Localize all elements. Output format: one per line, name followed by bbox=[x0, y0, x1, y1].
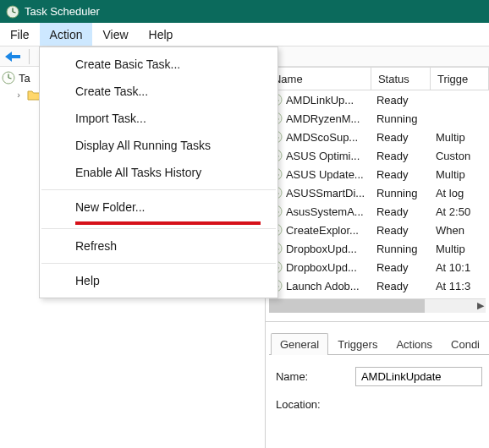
detail-location-label: Location: bbox=[276, 398, 355, 411]
task-status: Running bbox=[371, 112, 431, 125]
menu-help[interactable]: Help bbox=[40, 267, 277, 294]
task-name: Launch Adob... bbox=[286, 280, 360, 292]
tab-triggers[interactable]: Triggers bbox=[328, 333, 387, 355]
task-name: DropboxUpd... bbox=[286, 261, 357, 274]
task-status: Ready bbox=[371, 168, 431, 181]
table-row[interactable]: ASUS Update...ReadyMultip bbox=[266, 165, 489, 183]
table-header: Name Status Trigge bbox=[266, 67, 489, 90]
toolbar-separator bbox=[29, 49, 30, 64]
task-trigger: Multip bbox=[431, 168, 489, 181]
action-dropdown: Create Basic Task... Create Task... Impo… bbox=[39, 46, 278, 298]
menu-create-basic-task[interactable]: Create Basic Task... bbox=[40, 51, 277, 78]
detail-name-field[interactable] bbox=[355, 367, 482, 386]
table-row[interactable]: AMDRyzenM...Running bbox=[266, 109, 489, 128]
menu-file[interactable]: File bbox=[0, 23, 40, 46]
app-clock-icon bbox=[5, 4, 19, 19]
table-body: AMDLinkUp...ReadyAMDRyzenM...RunningAMDS… bbox=[266, 90, 489, 295]
task-status: Running bbox=[371, 243, 431, 255]
menu-view[interactable]: View bbox=[92, 23, 138, 46]
menu-new-folder[interactable]: New Folder... bbox=[40, 194, 277, 221]
menu-action[interactable]: Action bbox=[40, 23, 93, 46]
task-trigger: When bbox=[431, 224, 489, 237]
tab-conditions[interactable]: Condi bbox=[442, 333, 489, 355]
col-name[interactable]: Name bbox=[266, 67, 371, 90]
menu-separator bbox=[41, 189, 276, 190]
task-name: AsusSystemA... bbox=[286, 205, 364, 218]
task-name: AMDRyzenM... bbox=[286, 112, 360, 125]
detail-panel: General Triggers Actions Condi Name: Loc… bbox=[266, 321, 489, 434]
task-trigger: Custon bbox=[431, 150, 489, 162]
task-status: Ready bbox=[371, 150, 431, 162]
menu-create-task[interactable]: Create Task... bbox=[40, 78, 277, 105]
menu-refresh[interactable]: Refresh bbox=[40, 232, 277, 260]
content-pane: Name Status Trigge AMDLinkUp...ReadyAMDR… bbox=[266, 67, 489, 448]
table-row[interactable]: DropboxUpd...ReadyAt 10:1 bbox=[266, 258, 489, 276]
menubar: File Action View Help bbox=[0, 23, 489, 46]
detail-name-label: Name: bbox=[276, 370, 355, 383]
table-row[interactable]: ASUS Optimi...ReadyCuston bbox=[266, 146, 489, 165]
menu-separator bbox=[41, 228, 276, 229]
table-row[interactable]: DropboxUpd...RunningMultip bbox=[266, 239, 489, 258]
table-row[interactable]: AMDScoSup...ReadyMultip bbox=[266, 128, 489, 146]
task-status: Running bbox=[371, 187, 431, 199]
scroll-right-icon[interactable]: ▶ bbox=[477, 300, 484, 311]
table-row[interactable]: AMDLinkUp...Ready bbox=[266, 90, 489, 109]
menu-help[interactable]: Help bbox=[139, 23, 184, 46]
menu-separator bbox=[41, 263, 276, 264]
task-status: Ready bbox=[371, 224, 431, 237]
task-status: Ready bbox=[371, 205, 431, 218]
detail-body: Name: Location: bbox=[269, 355, 489, 434]
titlebar: Task Scheduler bbox=[0, 0, 489, 23]
table-row[interactable]: AsusSystemA...ReadyAt 2:50 bbox=[266, 202, 489, 221]
back-button[interactable] bbox=[3, 50, 24, 63]
task-table: Name Status Trigge AMDLinkUp...ReadyAMDR… bbox=[266, 67, 489, 295]
task-name: AMDLinkUp... bbox=[286, 94, 354, 107]
task-name: DropboxUpd... bbox=[286, 243, 357, 255]
task-status: Ready bbox=[371, 261, 431, 274]
task-name: ASUS Optimi... bbox=[286, 150, 360, 162]
tree-root-label: Ta bbox=[19, 72, 30, 85]
task-name: ASUS Update... bbox=[286, 168, 364, 181]
table-row[interactable]: CreateExplor...ReadyWhen bbox=[266, 221, 489, 239]
task-trigger: At log bbox=[431, 187, 489, 199]
task-trigger: At 10:1 bbox=[431, 261, 489, 274]
col-trigger[interactable]: Trigge bbox=[431, 67, 489, 90]
window-title: Task Scheduler bbox=[25, 5, 100, 18]
task-name: CreateExplor... bbox=[286, 224, 359, 237]
task-name: ASUSSmartDi... bbox=[286, 187, 365, 199]
tree-expander-icon[interactable]: › bbox=[14, 90, 24, 100]
menu-display-running[interactable]: Display All Running Tasks bbox=[40, 132, 277, 159]
scrollbar-thumb[interactable] bbox=[269, 299, 425, 313]
table-row[interactable]: ASUSSmartDi...RunningAt log bbox=[266, 183, 489, 202]
menu-import-task[interactable]: Import Task... bbox=[40, 105, 277, 132]
task-status: Ready bbox=[371, 131, 431, 144]
tab-actions[interactable]: Actions bbox=[387, 333, 442, 355]
task-status: Ready bbox=[371, 94, 431, 107]
table-row[interactable]: Launch Adob...ReadyAt 11:3 bbox=[266, 276, 489, 295]
task-name: AMDScoSup... bbox=[286, 131, 358, 144]
detail-tabs: General Triggers Actions Condi bbox=[269, 327, 489, 355]
task-trigger: Multip bbox=[431, 243, 489, 255]
task-trigger: Multip bbox=[431, 131, 489, 144]
scheduler-root-icon bbox=[2, 71, 15, 85]
tab-general[interactable]: General bbox=[271, 333, 328, 355]
task-trigger: At 11:3 bbox=[431, 280, 489, 292]
task-status: Ready bbox=[371, 280, 431, 292]
horizontal-scrollbar[interactable]: ▶ bbox=[269, 298, 486, 313]
menu-enable-history[interactable]: Enable All Tasks History bbox=[40, 159, 277, 186]
col-status[interactable]: Status bbox=[371, 67, 431, 90]
annotation-underline bbox=[75, 221, 261, 225]
task-trigger: At 2:50 bbox=[431, 205, 489, 218]
